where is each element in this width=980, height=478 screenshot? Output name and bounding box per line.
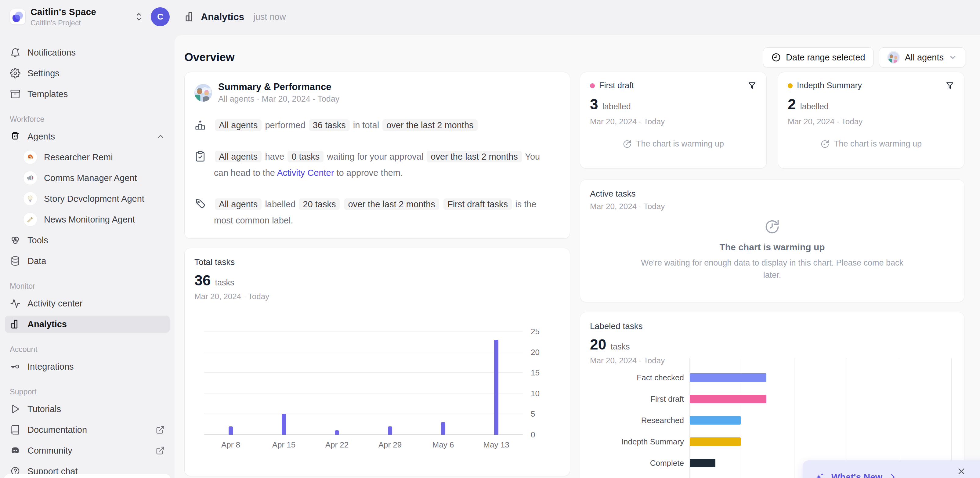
bar-may-13 <box>494 340 498 435</box>
y-tick-label: 0 <box>531 430 535 440</box>
active-tasks-title: Active tasks <box>590 189 955 199</box>
sidebar-agent-story-development[interactable]: Story Development Agent <box>23 190 170 207</box>
y-tick-label: 20 <box>531 347 539 357</box>
section-label-monitor: Monitor <box>10 282 170 291</box>
podium-icon <box>194 119 207 131</box>
summary-line-approval: All agents have 0 tasks waiting for your… <box>194 149 558 181</box>
first-draft-card: First draft 3 labelled Mar 20, 2024 - To… <box>580 72 767 169</box>
sidebar-item-data[interactable]: Data <box>10 252 170 269</box>
x-tick-label: Apr 22 <box>310 440 363 449</box>
gridline-y-15 <box>204 372 523 373</box>
history-clock-icon <box>764 219 780 235</box>
summary-performance-card: Summary & Performance All agents · Mar 2… <box>185 72 570 239</box>
date-range-button[interactable]: Date range selected <box>763 47 873 67</box>
summary-text: to approve them. <box>336 168 403 178</box>
bar-researched <box>690 416 741 425</box>
bar-apr-8 <box>229 426 233 435</box>
chevron-up-icon[interactable] <box>156 132 165 141</box>
labeled-row-researched: Researched <box>690 416 741 425</box>
close-icon[interactable] <box>955 465 968 478</box>
sidebar-item-tools[interactable]: Tools <box>10 232 170 249</box>
sidebar-item-notifications[interactable]: Notifications <box>10 44 170 61</box>
sidebar-item-analytics[interactable]: Analytics <box>5 315 170 333</box>
y-tick-label: 10 <box>531 389 539 398</box>
external-link-icon <box>156 425 165 434</box>
clock-icon <box>771 53 781 62</box>
sidebar-agent-comms-manager[interactable]: Comms Manager Agent <box>23 169 170 186</box>
stat-card-value: 2 <box>788 96 796 113</box>
filter-funnel-icon[interactable] <box>748 81 757 90</box>
gridline-x-2 <box>794 358 794 478</box>
chart-warming-up-note: The chart is warming up <box>820 139 922 149</box>
sidebar-bottom-card[interactable] <box>4 474 171 478</box>
gridline-y-10 <box>204 393 523 394</box>
database-icon <box>10 256 21 266</box>
workspace-select-icon[interactable] <box>135 12 143 22</box>
chart-warming-up-note: The chart is warming up <box>623 139 724 149</box>
sidebar-item-settings[interactable]: Settings <box>10 65 170 82</box>
bar-apr-29 <box>388 426 392 435</box>
workspace-logo <box>10 9 25 25</box>
history-clock-icon <box>623 140 632 149</box>
x-tick-label: Apr 15 <box>257 440 310 449</box>
summary-chip: over the last 2 months <box>382 120 477 131</box>
summary-text: in total <box>353 120 379 130</box>
stat-card-label: First draft <box>599 81 743 90</box>
summary-text: waiting for your approval <box>327 152 423 161</box>
whats-new-label: What's New <box>831 472 882 478</box>
bar-first-draft <box>690 395 766 403</box>
category-label: Indepth Summary <box>583 437 684 446</box>
activity-center-link[interactable]: Activity Center <box>277 168 334 178</box>
user-avatar[interactable]: C <box>151 7 170 26</box>
sidebar-item-activity-center[interactable]: Activity center <box>10 295 170 312</box>
sidebar-agent-researcher-remi[interactable]: Researcher Remi <box>23 149 170 166</box>
sidebar-item-agents[interactable]: Agents <box>10 128 170 145</box>
workspace-switcher[interactable]: Caitlin's Space Caitlin's Project C <box>10 7 170 27</box>
summary-chip: 0 tasks <box>288 151 323 163</box>
filter-funnel-icon[interactable] <box>945 81 955 90</box>
labeled-row-first-draft: First draft <box>690 395 766 403</box>
summary-chip: All agents <box>215 120 262 131</box>
summary-chip: All agents <box>215 198 262 210</box>
labeled-tasks-card: Labeled tasks 20 tasks Mar 20, 2024 - To… <box>580 312 964 478</box>
tools-knot-icon <box>10 235 21 245</box>
chevron-down-icon <box>948 53 957 62</box>
discord-icon <box>10 445 21 456</box>
workspace-name: Caitlin's Space <box>30 7 130 17</box>
sidebar-nav: Notifications Settings Templates Workfor… <box>10 44 170 478</box>
indepth-summary-card: Indepth Summary 2 labelled Mar 20, 2024 … <box>778 72 964 169</box>
light-bulb-icon <box>23 192 37 206</box>
labeled-row-fact-checked: Fact checked <box>690 373 766 382</box>
main-panel: Overview Date range selected All agents <box>175 35 980 478</box>
x-tick-label: Apr 8 <box>204 440 257 449</box>
total-tasks-value: 36 <box>194 272 211 289</box>
sidebar-item-documentation[interactable]: Documentation <box>10 421 170 438</box>
total-tasks-card: Total tasks 36 tasks Mar 20, 2024 - Toda… <box>185 248 570 476</box>
workspace-project: Caitlin's Project <box>30 19 130 27</box>
summary-text: have <box>265 152 284 161</box>
y-tick-label: 25 <box>531 327 539 336</box>
summary-text: labelled <box>265 199 296 209</box>
overview-title: Overview <box>185 51 763 64</box>
x-tick-label: Apr 29 <box>363 440 417 449</box>
sidebar-agent-news-monitoring[interactable]: News Monitoring Agent <box>23 211 170 228</box>
agents-filter-dropdown[interactable]: All agents <box>879 47 965 67</box>
activity-pulse-icon <box>10 298 21 309</box>
bar-complete <box>690 459 715 467</box>
sidebar-item-templates[interactable]: Templates <box>10 86 170 102</box>
total-tasks-chart: 0510152025Apr 8Apr 15Apr 22Apr 29May 6Ma… <box>204 331 523 435</box>
summary-chip: over the last 2 months <box>427 151 522 163</box>
labeled-tasks-title: Labeled tasks <box>590 322 964 331</box>
sidebar-item-tutorials[interactable]: Tutorials <box>10 400 170 417</box>
stat-card-label: Indepth Summary <box>797 81 941 90</box>
sidebar-item-integrations[interactable]: Integrations <box>10 358 170 375</box>
bar-indepth-summary <box>690 437 741 446</box>
total-tasks-title: Total tasks <box>194 257 570 267</box>
bar-fact-checked <box>690 373 766 382</box>
whats-new-banner[interactable]: What's New <box>803 460 980 478</box>
archive-box-icon <box>10 89 21 99</box>
labeled-row-indepth-summary: Indepth Summary <box>690 437 741 446</box>
sidebar-item-community[interactable]: Community <box>10 442 170 459</box>
pixel-agent-icon <box>10 131 21 142</box>
sparkles-icon <box>814 472 825 478</box>
